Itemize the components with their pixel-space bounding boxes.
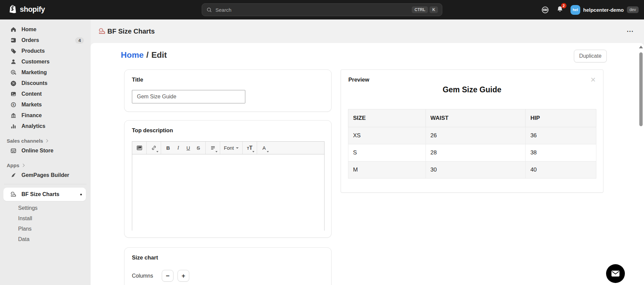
scrollbar[interactable] <box>639 44 643 285</box>
rich-text-editor: B I U S Font <box>132 141 325 231</box>
text-color-button[interactable]: A <box>259 143 269 153</box>
remove-column-button[interactable]: − <box>162 270 174 282</box>
link-icon <box>151 145 157 151</box>
avatar: hel <box>571 5 580 15</box>
chevron-right-icon <box>45 139 48 143</box>
breadcrumb-separator: / <box>146 50 149 59</box>
sidebar-item-plans[interactable]: Plans <box>0 224 91 234</box>
preview-chart-title: Gem Size Guide <box>341 85 603 94</box>
preview-table: SIZE WAIST HIP XS 26 36 S 28 38 <box>348 109 596 179</box>
underline-button[interactable]: U <box>183 143 193 153</box>
sidebar-item-orders[interactable]: Orders 4 <box>0 35 91 46</box>
sidebar-item-markets[interactable]: $ Markets <box>0 99 91 110</box>
notification-count-badge: 2 <box>561 3 566 8</box>
overflow-menu-button[interactable]: ••• <box>627 29 634 33</box>
columns-label: Columns <box>132 273 153 279</box>
sidebar: Home Orders 4 Products Customers Marketi… <box>0 19 91 285</box>
font-size-button[interactable]: TT <box>245 143 255 153</box>
sidebar-item-gempages[interactable]: GemPages Builder <box>0 170 91 181</box>
sidebar-divider <box>4 184 87 184</box>
sidebar-item-label: Discounts <box>21 80 47 86</box>
sidebar-item-customers[interactable]: Customers <box>0 56 91 67</box>
notifications-button[interactable]: 2 <box>556 5 564 14</box>
markets-icon: $ <box>10 101 17 108</box>
topbar-right: 2 hel helpcenter-demo dev <box>541 0 639 19</box>
title-input[interactable] <box>132 90 245 103</box>
title-card-label: Title <box>132 77 143 83</box>
strikethrough-button[interactable]: S <box>193 143 203 153</box>
duplicate-button[interactable]: Duplicate <box>574 50 607 62</box>
apps-label: Apps <box>7 162 19 168</box>
breadcrumb: Home/Edit <box>121 50 167 60</box>
online-store-icon <box>10 147 17 154</box>
support-chat-button[interactable] <box>606 264 625 283</box>
table-cell: 36 <box>526 127 596 144</box>
shopify-logo[interactable]: shopify <box>9 4 45 14</box>
active-dot <box>80 194 82 195</box>
table-header-row: SIZE WAIST HIP <box>348 109 596 127</box>
store-name: helpcenter-demo <box>583 7 624 13</box>
search-shortcut: CTRL K <box>412 6 438 13</box>
sidebar-item-label: Orders <box>21 37 39 43</box>
sales-channels-section[interactable]: Sales channels <box>0 136 91 145</box>
sidebar-item-products[interactable]: Products <box>0 46 91 56</box>
app-title: BF Size Charts <box>98 27 155 35</box>
column-header: HIP <box>526 109 596 127</box>
sidebar-item-label: Home <box>21 27 36 33</box>
sidebar-item-home[interactable]: Home <box>0 24 91 35</box>
title-card: Title <box>124 69 332 112</box>
app-subnav: Settings Install Plans Data <box>0 203 91 244</box>
sidebar-item-discounts[interactable]: Discounts <box>0 78 91 89</box>
marketing-icon <box>10 69 17 76</box>
sidebar-item-label: BF Size Charts <box>21 191 59 197</box>
sidebar-item-label: Analytics <box>21 123 45 129</box>
apps-section[interactable]: Apps <box>0 160 91 170</box>
column-header: SIZE <box>348 109 426 127</box>
alignment-button[interactable] <box>208 143 218 153</box>
scrollbar-thumb[interactable] <box>639 52 643 126</box>
sidekick-icon[interactable] <box>541 6 549 14</box>
shopify-wordmark: shopify <box>20 5 45 14</box>
account-menu[interactable]: hel helpcenter-demo dev <box>571 5 639 15</box>
editor-toolbar: B I U S Font <box>132 142 324 154</box>
column-header: WAIST <box>426 109 526 127</box>
sidebar-item-bf-size-charts[interactable]: BF Size Charts <box>3 188 86 201</box>
table-cell: 30 <box>426 161 526 179</box>
font-dropdown[interactable]: Font <box>222 143 240 153</box>
chevron-down-icon <box>252 151 254 152</box>
breadcrumb-home-link[interactable]: Home <box>121 50 144 59</box>
add-column-button[interactable]: + <box>178 270 189 282</box>
sidebar-item-data[interactable]: Data <box>0 234 91 244</box>
bold-button[interactable]: B <box>163 143 173 153</box>
close-icon[interactable]: × <box>591 75 596 85</box>
topbar: shopify Search CTRL K 2 hel helpc <box>0 0 644 19</box>
breadcrumb-current: Edit <box>151 50 167 59</box>
sidebar-item-settings[interactable]: Settings <box>0 203 91 213</box>
table-cell: 40 <box>526 161 596 179</box>
sidebar-item-finance[interactable]: Finance <box>0 110 91 121</box>
insert-image-button[interactable] <box>134 143 144 153</box>
chevron-down-icon <box>267 151 269 152</box>
orders-icon <box>10 37 17 44</box>
font-size-label: TT <box>247 145 253 151</box>
top-description-card: Top description <box>124 120 332 238</box>
columns-stepper: Columns − + <box>132 270 189 282</box>
sidebar-item-content[interactable]: Content <box>0 89 91 99</box>
home-icon <box>10 26 17 33</box>
sidebar-item-analytics[interactable]: Analytics <box>0 121 91 132</box>
sales-channels-label: Sales channels <box>7 138 43 144</box>
editor-text-area[interactable] <box>132 154 324 231</box>
tape-measure-icon <box>98 27 106 35</box>
italic-button[interactable]: I <box>173 143 183 153</box>
scroll-up-icon[interactable] <box>639 46 643 48</box>
app-content: Home/Edit Duplicate Title Top descriptio… <box>91 43 644 285</box>
gempages-icon <box>10 172 17 179</box>
sidebar-item-online-store[interactable]: Online Store <box>0 145 91 156</box>
env-badge: dev <box>627 6 639 13</box>
sidebar-item-marketing[interactable]: Marketing <box>0 67 91 78</box>
search-input[interactable]: Search CTRL K <box>202 3 442 16</box>
table-cell: M <box>348 161 426 179</box>
table-row: M 30 40 <box>348 161 596 179</box>
insert-link-button[interactable] <box>149 143 159 153</box>
sidebar-item-install[interactable]: Install <box>0 213 91 224</box>
